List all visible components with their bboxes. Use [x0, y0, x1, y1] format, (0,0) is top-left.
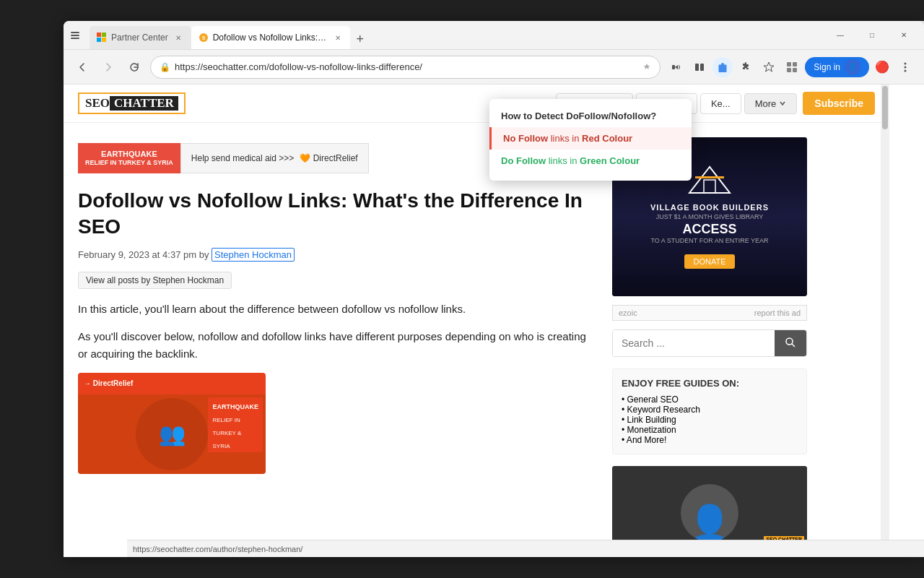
tab-seochatter[interactable]: S Dofollow vs Nofollow Links: Wha... ✕ — [191, 26, 350, 49]
popup-title: How to Detect DoFollow/Nofollow? — [489, 108, 692, 127]
banner-cta: Help send medical aid >>> — [191, 153, 294, 163]
svg-rect-14 — [787, 68, 791, 72]
address-bar: 🔒 https://seochatter.com/dofollow-vs-nof… — [64, 50, 924, 85]
svg-point-17 — [905, 66, 907, 68]
main-content: EARTHQUAKE RELIEF IN TURKEY & SYRIA Help… — [78, 137, 598, 557]
svg-rect-1 — [71, 35, 79, 36]
maximize-button[interactable]: □ — [858, 25, 886, 46]
nav-ke[interactable]: Ke... — [700, 93, 741, 114]
promo-title: ENJOY FREE GUIDES ON: — [622, 378, 798, 389]
status-bar: https://seochatter.com/author/stephen-ho… — [127, 540, 924, 557]
collections-btn[interactable] — [782, 57, 802, 77]
promo-item-3: • Link Building — [622, 415, 798, 425]
tab-title-2: Dofollow vs Nofollow Links: Wha... — [213, 33, 328, 43]
svg-point-22 — [786, 338, 793, 345]
svg-rect-4 — [102, 33, 106, 37]
forward-button[interactable] — [98, 57, 118, 77]
inline-ad-image: → DirectRelief EARTHQUAKE RELIEF IN TURK… — [78, 373, 266, 474]
promo-items: • General SEO • Keyword Research • Link … — [622, 394, 798, 445]
article-title: Dofollow vs Nofollow Links: What's the D… — [78, 188, 598, 241]
page-layout: EARTHQUAKE RELIEF IN TURKEY & SYRIA Help… — [64, 123, 889, 557]
dofollow-keyword1: Do Follow — [501, 155, 546, 166]
ezoic-label: ezoic — [619, 309, 637, 317]
edge-badge-btn[interactable]: 🔴 — [872, 57, 892, 77]
sidebar-content: VILLAGE BOOK BUILDERS JUST $1 A MONTH GI… — [612, 137, 807, 557]
tab-close-1[interactable]: ✕ — [173, 32, 184, 43]
profile-circle: 👤 — [845, 59, 860, 75]
sidebar-promo: ENJOY FREE GUIDES ON: • General SEO • Ke… — [612, 368, 807, 454]
svg-rect-20 — [704, 180, 715, 193]
dofollow-keyword2: Green Colour — [580, 155, 640, 166]
svg-rect-12 — [787, 62, 791, 66]
scrollbar-y[interactable] — [881, 85, 889, 557]
ad-donate-button[interactable]: DONATE — [684, 254, 734, 269]
promo-item-2: • Keyword Research — [622, 405, 798, 415]
view-posts-button[interactable]: View all posts by Stephen Hockman — [78, 272, 232, 289]
svg-rect-5 — [97, 38, 101, 42]
search-widget — [612, 329, 807, 357]
ad-direct-relief-bar: → DirectRelief — [78, 373, 266, 394]
svg-rect-10 — [695, 64, 699, 71]
ad-org-name: VILLAGE BOOK BUILDERS — [650, 203, 769, 212]
reading-view-btn[interactable] — [689, 57, 710, 77]
browser-extension-btn active-tool[interactable] — [712, 57, 733, 77]
banner-left: EARTHQUAKE RELIEF IN TURKEY & SYRIA — [78, 143, 180, 173]
article-meta: February 9, 2023 at 4:37 pm by Stephen H… — [78, 249, 598, 260]
lock-icon: 🔒 — [160, 62, 170, 72]
promo-item-4: • Monetization — [622, 425, 798, 435]
inline-ad: → DirectRelief EARTHQUAKE RELIEF IN TURK… — [78, 373, 598, 474]
window-controls — [69, 30, 81, 41]
sign-in-button[interactable]: Sign in 👤 — [805, 57, 869, 77]
tab-partner-center[interactable]: Partner Center ✕ — [90, 26, 191, 49]
svg-line-23 — [792, 344, 795, 347]
title-bar: Partner Center ✕ S Dofollow vs Nofollow … — [64, 21, 924, 50]
body-paragraph-1: In this article, you'll learn about the … — [78, 301, 598, 318]
article-date: February 9, 2023 at 4:37 pm by — [78, 249, 209, 260]
ad-headline: ACCESS — [682, 222, 736, 237]
ad-subline: TO A STUDENT FOR AN ENTIRE YEAR — [650, 237, 768, 244]
close-button[interactable]: ✕ — [889, 25, 918, 46]
banner-title: EARTHQUAKE — [85, 149, 173, 159]
back-button[interactable] — [72, 57, 92, 77]
scrollbar-thumb[interactable] — [882, 86, 888, 129]
browser-window: Partner Center ✕ S Dofollow vs Nofollow … — [64, 21, 924, 557]
nav-more[interactable]: More — [744, 93, 798, 114]
favorites-btn[interactable] — [759, 57, 779, 77]
popup-dofollow-item[interactable]: Do Follow links in Green Colour — [489, 150, 692, 172]
browser-content-area: SEO CHATTER General SEO Backlinks Ke... … — [64, 85, 889, 557]
more-options-btn[interactable] — [895, 57, 915, 77]
minimize-button[interactable]: — — [826, 25, 855, 46]
svg-rect-11 — [700, 64, 704, 71]
author-link[interactable]: Stephen Hockman — [212, 248, 295, 262]
site-nav: SEO CHATTER General SEO Backlinks Ke... … — [64, 85, 889, 123]
refresh-button[interactable] — [124, 57, 144, 77]
banner-right[interactable]: Help send medical aid >>> 🧡 DirectRelief — [180, 143, 369, 173]
address-text: https://seochatter.com/dofollow-vs-nofol… — [175, 61, 638, 72]
tab-favicon-2: S — [199, 33, 209, 43]
svg-rect-21 — [695, 176, 724, 178]
address-input-wrap[interactable]: 🔒 https://seochatter.com/dofollow-vs-nof… — [150, 56, 661, 79]
extension-popup: How to Detect DoFollow/Nofollow? No Foll… — [489, 99, 692, 181]
ad-image-bg: EARTHQUAKE RELIEF IN TURKEY & SYRIA 👥 — [78, 394, 266, 474]
svg-rect-9 — [672, 65, 675, 69]
body-paragraph-2: As you'll discover below, nofollow and d… — [78, 328, 598, 363]
read-aloud-btn[interactable] — [666, 57, 687, 77]
popup-nofollow-item[interactable]: No Follow links in Red Colour — [489, 127, 692, 150]
subscribe-button[interactable]: Subscribe — [803, 92, 875, 115]
nofollow-keyword2: Red Colour — [582, 133, 632, 144]
sidebar-toggle-btn[interactable] — [69, 30, 81, 41]
ezoic-bar: ezoic report this ad — [612, 305, 807, 321]
search-button[interactable] — [775, 330, 806, 356]
extensions-btn[interactable] — [736, 57, 756, 77]
nofollow-keyword1: No Follow — [503, 133, 548, 144]
new-tab-button[interactable]: + — [350, 29, 370, 49]
search-input[interactable] — [613, 330, 775, 356]
toolbar-icons: Sign in 👤 🔴 — [666, 57, 915, 77]
site-logo: SEO CHATTER — [78, 92, 186, 114]
banner-subtitle: RELIEF IN TURKEY & SYRIA — [85, 159, 173, 168]
ad-tagline: JUST $1 A MONTH GIVES LIBRARY — [656, 213, 764, 220]
svg-rect-15 — [793, 68, 797, 72]
svg-point-16 — [905, 62, 907, 64]
tab-close-2[interactable]: ✕ — [333, 32, 343, 43]
report-ad-link[interactable]: report this ad — [754, 309, 801, 317]
